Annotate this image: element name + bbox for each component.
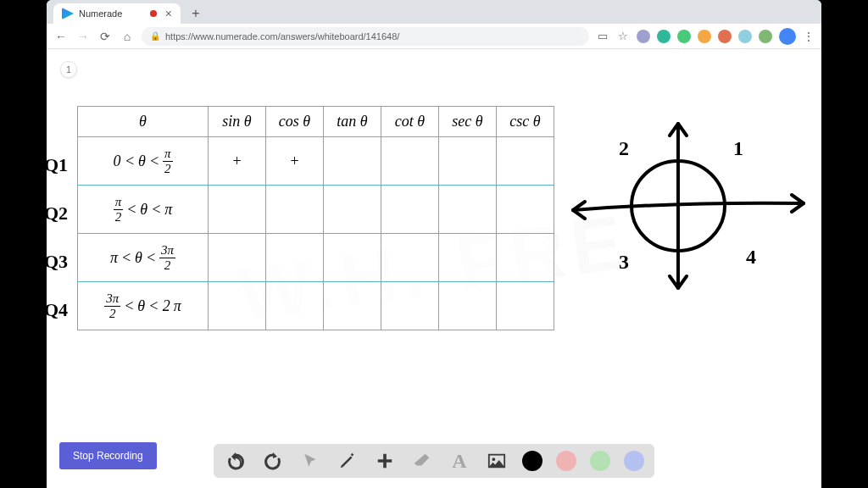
tab-bar: Numerade × +: [47, 0, 821, 24]
home-button[interactable]: ⌂: [120, 29, 135, 44]
cell-cos-q3: [266, 234, 324, 282]
row-labels: Q1 Q2 Q3 Q4: [47, 141, 68, 334]
row-label-q1: Q1: [47, 141, 68, 189]
extension-icon-4[interactable]: [698, 30, 711, 43]
table-row: 0 < θ < π2 + +: [78, 137, 554, 186]
quad-label-1: 1: [733, 137, 743, 160]
col-cos: cos θ: [266, 107, 324, 137]
table-header-row: θ sin θ cos θ tan θ cot θ sec θ csc θ: [78, 107, 554, 137]
col-theta: θ: [78, 107, 209, 137]
cell-cot-q1: [381, 137, 439, 186]
cell-csc-q2: [497, 186, 554, 234]
cell-cos-q2: [266, 186, 324, 234]
color-red[interactable]: [556, 451, 576, 471]
extension-icon-2[interactable]: [657, 30, 670, 43]
address-bar: ← → ⟳ ⌂ 🔒 https://www.numerade.com/answe…: [47, 24, 821, 49]
range-q1: 0 < θ < π2: [78, 137, 209, 186]
extension-icon-3[interactable]: [677, 30, 691, 43]
eraser-tool[interactable]: [410, 449, 434, 473]
cell-sec-q1: [439, 137, 497, 186]
text-icon: A: [452, 450, 466, 473]
extension-icon-5[interactable]: [718, 30, 732, 43]
col-tan: tan θ: [324, 107, 381, 137]
cell-cos-q4: [266, 282, 324, 330]
profile-avatar[interactable]: [779, 28, 796, 45]
cell-sin-q1: +: [209, 137, 266, 186]
pointer-icon: [302, 452, 319, 469]
pointer-tool[interactable]: [298, 449, 322, 473]
row-label-q4: Q4: [47, 286, 68, 334]
col-sec: sec θ: [439, 107, 497, 137]
range-q4: 3π2 < θ < 2π: [78, 282, 209, 330]
pen-tool[interactable]: [336, 449, 359, 473]
add-tool[interactable]: [373, 449, 397, 473]
back-button[interactable]: ←: [53, 29, 69, 44]
bookmark-icon[interactable]: ☆: [616, 30, 630, 43]
reload-button[interactable]: ⟳: [97, 29, 113, 44]
color-green[interactable]: [590, 451, 610, 471]
whiteboard-canvas[interactable]: Q1 Q2 Q3 Q4 θ sin θ cos θ tan θ cot θ se…: [47, 49, 821, 488]
cell-csc-q1: [497, 137, 554, 186]
color-blue[interactable]: [624, 451, 644, 471]
whiteboard-toolbar: A: [214, 444, 654, 478]
color-black[interactable]: [522, 451, 542, 471]
address-bar-actions: ▭ ☆ ⋮: [596, 28, 815, 45]
close-tab-icon[interactable]: ×: [165, 7, 172, 20]
recording-indicator-icon: [150, 10, 157, 17]
quadrant-svg: [568, 117, 805, 295]
col-cot: cot θ: [381, 107, 439, 137]
cell-tan-q3: [324, 234, 381, 282]
cell-tan-q1: [324, 137, 381, 186]
cell-tan-q2: [324, 186, 381, 234]
row-label-q3: Q3: [47, 237, 68, 286]
cell-tan-q4: [324, 282, 381, 330]
pen-icon: [338, 452, 357, 470]
quad-label-4: 4: [746, 246, 756, 269]
quadrant-diagram: 1 2 3 4: [568, 117, 805, 295]
quad-label-3: 3: [619, 251, 629, 274]
stop-recording-button[interactable]: Stop Recording: [59, 442, 157, 469]
quad-label-2: 2: [619, 137, 629, 160]
cell-sin-q3: [209, 234, 266, 282]
tab-title: Numerade: [79, 8, 122, 19]
new-tab-button[interactable]: +: [187, 5, 204, 22]
col-csc: csc θ: [497, 107, 554, 137]
redo-icon: [263, 451, 283, 471]
page-content: W.H. FRE 1 Q1 Q2 Q3 Q4 θ sin θ cos θ tan…: [47, 49, 821, 488]
forward-button[interactable]: →: [75, 29, 91, 44]
extension-icon-6[interactable]: [738, 30, 752, 43]
cell-cot-q3: [381, 234, 439, 282]
cell-cos-q1: +: [266, 137, 324, 186]
undo-icon: [225, 451, 246, 471]
url-text: https://www.numerade.com/answers/whitebo…: [165, 31, 399, 42]
row-label-q2: Q2: [47, 189, 68, 237]
range-q3: π < θ < 3π2: [78, 234, 209, 282]
lock-icon: 🔒: [150, 31, 160, 41]
cell-cot-q4: [381, 282, 439, 330]
url-input[interactable]: 🔒 https://www.numerade.com/answers/white…: [142, 27, 589, 46]
cell-sec-q3: [439, 234, 497, 282]
cell-csc-q4: [497, 282, 554, 330]
translate-icon[interactable]: ▭: [596, 30, 609, 43]
cell-sec-q4: [439, 282, 497, 330]
browser-menu-icon[interactable]: ⋮: [803, 30, 815, 43]
text-tool[interactable]: A: [448, 449, 471, 473]
extension-icon-7[interactable]: [759, 30, 772, 43]
table-row: 3π2 < θ < 2π: [78, 282, 554, 330]
table-row: π2 < θ < π: [78, 186, 554, 234]
plus-icon: [376, 452, 394, 470]
browser-tab[interactable]: Numerade ×: [53, 3, 181, 24]
undo-button[interactable]: [224, 449, 248, 473]
cell-cot-q2: [381, 186, 439, 234]
redo-button[interactable]: [261, 449, 285, 473]
image-icon: [487, 452, 507, 470]
extension-icon-1[interactable]: [637, 30, 650, 43]
cell-sin-q4: [209, 282, 266, 330]
image-tool[interactable]: [485, 449, 509, 473]
stop-recording-label: Stop Recording: [73, 450, 143, 462]
cell-csc-q3: [497, 234, 554, 282]
cell-sin-q2: [209, 186, 266, 234]
trig-table: θ sin θ cos θ tan θ cot θ sec θ csc θ 0 …: [77, 106, 554, 330]
range-q2: π2 < θ < π: [78, 186, 209, 234]
eraser-icon: [413, 452, 431, 470]
